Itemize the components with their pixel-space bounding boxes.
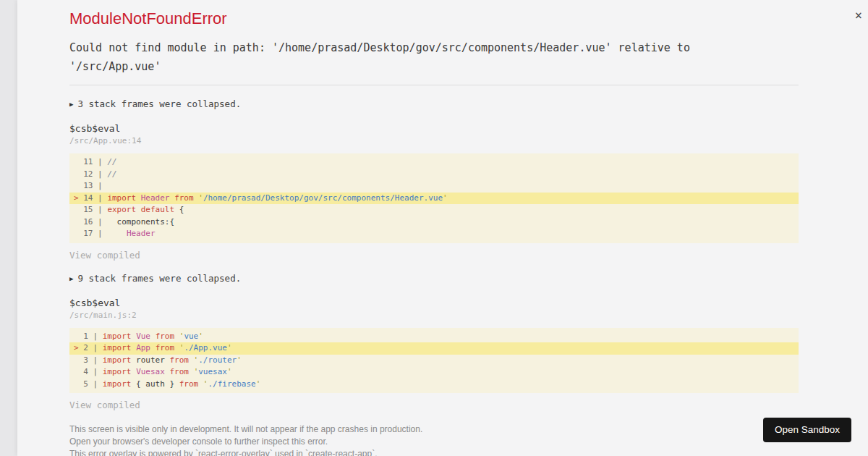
collapsed-frames-toggle[interactable]: ▶3 stack frames were collapsed.	[69, 99, 799, 109]
close-icon[interactable]: ×	[855, 9, 862, 22]
frame-function-name: $csb$eval	[69, 298, 799, 308]
collapsed-frames-label: 3 stack frames were collapsed.	[77, 98, 241, 109]
footer-line: This error overlay is powered by `react-…	[69, 448, 799, 456]
frame-file-location: /src/main.js:2	[69, 311, 799, 320]
collapse-arrow-icon: ▶	[69, 100, 73, 109]
error-content: ModuleNotFoundError Could not find modul…	[69, 0, 799, 456]
footer-line: This screen is visible only in developme…	[69, 423, 799, 436]
code-line: 13 |	[69, 180, 799, 193]
view-compiled-link[interactable]: View compiled	[69, 400, 799, 410]
code-line: > 14 | import Header from '/home/prasad/…	[69, 193, 799, 205]
code-line: > 2 | import App from './App.vue'	[69, 342, 799, 355]
stack-frame-section: ▶3 stack frames were collapsed. $csb$eva…	[69, 99, 799, 260]
stack-frame-section: ▶9 stack frames were collapsed. $csb$eva…	[69, 274, 799, 410]
frame-file-location: /src/App.vue:14	[69, 137, 799, 145]
code-snippet: 11 | // 12 | // 13 | > 14 | import Heade…	[69, 153, 799, 243]
code-line: 15 | export default {	[69, 204, 799, 216]
code-line: 16 | components:{	[69, 216, 799, 229]
error-title: ModuleNotFoundError	[69, 9, 799, 28]
footer-line: Open your browser's developer console to…	[69, 436, 799, 448]
code-snippet: 1 | import Vue from 'vue'> 2 | import Ap…	[69, 328, 799, 394]
error-overlay: × ModuleNotFoundError Could not find mod…	[17, 0, 868, 456]
collapsed-frames-toggle[interactable]: ▶9 stack frames were collapsed.	[69, 274, 799, 284]
code-line: 1 | import Vue from 'vue'	[69, 331, 799, 343]
open-sandbox-button[interactable]: Open Sandbox	[763, 418, 851, 442]
collapse-arrow-icon: ▶	[69, 274, 73, 284]
code-line: 5 | import { auth } from './firebase'	[69, 379, 799, 391]
code-line: 12 | //	[69, 169, 799, 181]
collapsed-frames-label: 9 stack frames were collapsed.	[77, 273, 241, 284]
divider	[69, 85, 799, 85]
code-line: 17 | Header	[69, 228, 799, 240]
code-line: 11 | //	[69, 156, 799, 169]
code-line: 4 | import Vuesax from 'vuesax'	[69, 366, 799, 379]
code-line: 3 | import router from './router'	[69, 355, 799, 367]
frame-function-name: $csb$eval	[69, 124, 799, 134]
error-message: Could not find module in path: '/home/pr…	[69, 39, 764, 76]
view-compiled-link[interactable]: View compiled	[69, 250, 799, 260]
footer-hints: This screen is visible only in developme…	[69, 423, 799, 456]
